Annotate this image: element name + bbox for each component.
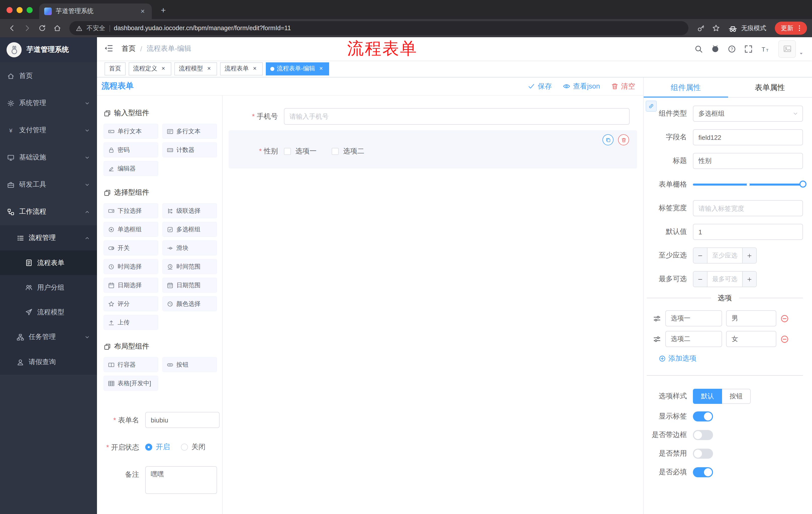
new-tab-button[interactable] xyxy=(157,4,170,17)
link-icon[interactable] xyxy=(646,101,657,112)
palette-item-checkbox-group[interactable]: 多选框组 xyxy=(162,222,217,237)
password-key-icon[interactable] xyxy=(694,21,707,35)
tag-close-icon[interactable] xyxy=(251,65,258,72)
window-close-button[interactable] xyxy=(6,7,12,13)
user-avatar[interactable] xyxy=(778,40,804,58)
remove-option-button[interactable] xyxy=(780,335,789,343)
remove-option-button[interactable] xyxy=(780,314,789,323)
palette-item-button[interactable]: 按钮 xyxy=(162,357,217,372)
palette-item-upload[interactable]: 上传 xyxy=(104,315,158,330)
browser-menu-dots-icon[interactable] xyxy=(796,25,803,32)
remark-textarea[interactable]: 嘿嘿 xyxy=(145,466,217,494)
sidebar-item-infrastructure[interactable]: 基础设施 xyxy=(0,144,97,171)
status-radio-open[interactable]: 开启 xyxy=(145,442,170,452)
status-radio-closed[interactable]: 关闭 xyxy=(181,442,205,452)
drag-handle-icon[interactable] xyxy=(653,335,661,343)
palette-item-date-picker[interactable]: 日期选择 xyxy=(104,278,158,293)
tag-close-icon[interactable] xyxy=(318,65,325,72)
browser-tab[interactable]: 芋道管理系统 xyxy=(39,3,152,19)
palette-item-date-range[interactable]: 日期范围 xyxy=(162,278,217,293)
tab-component-props[interactable]: 组件属性 xyxy=(644,77,728,97)
breadcrumb-home[interactable]: 首页 xyxy=(122,44,136,53)
palette-item-single-line-text[interactable]: 单行文本 xyxy=(104,124,158,139)
bookmark-star-icon[interactable] xyxy=(709,21,723,35)
slider-track[interactable] xyxy=(693,184,803,186)
increase-button[interactable] xyxy=(742,248,756,263)
drag-handle-icon[interactable] xyxy=(653,314,661,323)
font-size-icon[interactable] xyxy=(759,43,771,55)
palette-item-time-picker[interactable]: 时间选择 xyxy=(104,259,158,274)
sidebar-item-process-model[interactable]: 流程模型 xyxy=(0,300,97,324)
sidebar-item-user-group[interactable]: 用户分组 xyxy=(0,275,97,300)
tag-close-icon[interactable] xyxy=(205,65,212,72)
address-bar[interactable]: 不安全 dashboard.yudao.iocoder.cn/bpm/manag… xyxy=(69,21,688,35)
sidebar-item-task-management[interactable]: 任务管理 xyxy=(0,324,97,350)
back-button[interactable] xyxy=(5,21,19,35)
palette-item-switch[interactable]: 开关 xyxy=(104,240,158,255)
tag-home[interactable]: 首页 xyxy=(105,62,126,75)
tag-process-form-edit[interactable]: 流程表单-编辑 xyxy=(266,62,329,75)
option-2-label-input[interactable] xyxy=(665,331,722,347)
palette-item-select[interactable]: 下拉选择 xyxy=(104,203,158,218)
palette-item-cascader[interactable]: 级联选择 xyxy=(162,203,217,218)
style-default-button[interactable]: 默认 xyxy=(693,389,722,404)
window-zoom-button[interactable] xyxy=(27,7,33,13)
sidebar-item-process-form[interactable]: 流程表单 xyxy=(0,250,97,275)
bordered-toggle[interactable] xyxy=(693,430,713,440)
option-2-value-input[interactable] xyxy=(726,331,776,347)
slider-handle[interactable] xyxy=(800,181,807,188)
palette-item-editor[interactable]: 编辑器 xyxy=(104,161,158,176)
option-1-value-input[interactable] xyxy=(726,310,776,326)
min-count-stepper[interactable]: 至少应选 xyxy=(693,247,757,264)
sidebar-item-system-management[interactable]: 系统管理 xyxy=(0,89,97,117)
grid-slider[interactable] xyxy=(693,177,803,193)
update-button[interactable]: 更新 xyxy=(775,22,807,35)
decrease-button[interactable] xyxy=(693,248,707,263)
tag-process-model[interactable]: 流程模型 xyxy=(174,62,217,75)
window-minimize-button[interactable] xyxy=(17,7,23,13)
palette-item-row-container[interactable]: 行容器 xyxy=(104,357,158,372)
reload-button[interactable] xyxy=(35,21,49,35)
search-icon[interactable] xyxy=(692,43,704,55)
sidebar-item-process-management[interactable]: 流程管理 xyxy=(0,225,97,250)
sidebar-item-dev-tools[interactable]: 研发工具 xyxy=(0,171,97,198)
disabled-toggle[interactable] xyxy=(693,449,713,459)
save-button[interactable]: 保存 xyxy=(528,82,552,91)
sidebar-toggle-icon[interactable] xyxy=(104,44,114,54)
option-1-label-input[interactable] xyxy=(665,310,722,326)
palette-item-table[interactable]: 表格[开发中] xyxy=(104,376,158,391)
gender-option-2[interactable]: 选项二 xyxy=(331,147,364,156)
delete-widget-button[interactable] xyxy=(618,134,629,145)
app-logo[interactable]: 芋道管理系统 xyxy=(0,37,97,62)
decrease-button[interactable] xyxy=(693,272,707,287)
tag-process-form[interactable]: 流程表单 xyxy=(220,62,263,75)
home-button[interactable] xyxy=(50,21,64,35)
palette-item-slider[interactable]: 滑块 xyxy=(162,240,217,255)
max-count-stepper[interactable]: 最多可选 xyxy=(693,271,757,287)
sidebar-item-leave-query[interactable]: 请假查询 xyxy=(0,350,97,375)
label-width-input[interactable] xyxy=(693,200,803,216)
sidebar-item-workflow[interactable]: 工作流程 xyxy=(0,198,97,225)
palette-item-radio-group[interactable]: 单选框组 xyxy=(104,222,158,237)
copy-widget-button[interactable] xyxy=(603,134,613,145)
palette-item-time-range[interactable]: 时间范围 xyxy=(162,259,217,274)
view-json-button[interactable]: 查看json xyxy=(563,82,600,91)
form-name-input[interactable] xyxy=(145,412,220,428)
gender-option-1[interactable]: 选项一 xyxy=(284,147,317,156)
fullscreen-icon[interactable] xyxy=(742,43,754,55)
palette-item-rate[interactable]: 评分 xyxy=(104,296,158,311)
phone-field-row[interactable]: 手机号 xyxy=(223,108,643,125)
palette-item-password[interactable]: 密码 xyxy=(104,142,158,157)
field-name-input[interactable] xyxy=(693,129,803,145)
tab-close-icon[interactable] xyxy=(139,7,147,15)
default-value-input[interactable] xyxy=(693,224,803,240)
tag-process-definition[interactable]: 流程定义 xyxy=(128,62,171,75)
palette-item-multi-line-text[interactable]: 多行文本 xyxy=(162,124,217,139)
phone-input[interactable] xyxy=(284,108,630,125)
form-canvas[interactable]: 手机号 性别 xyxy=(223,96,643,514)
show-label-toggle[interactable] xyxy=(693,411,713,422)
required-toggle[interactable] xyxy=(693,467,713,477)
github-icon[interactable] xyxy=(709,43,721,55)
title-input[interactable] xyxy=(693,153,803,169)
style-button-button[interactable]: 按钮 xyxy=(722,389,751,404)
